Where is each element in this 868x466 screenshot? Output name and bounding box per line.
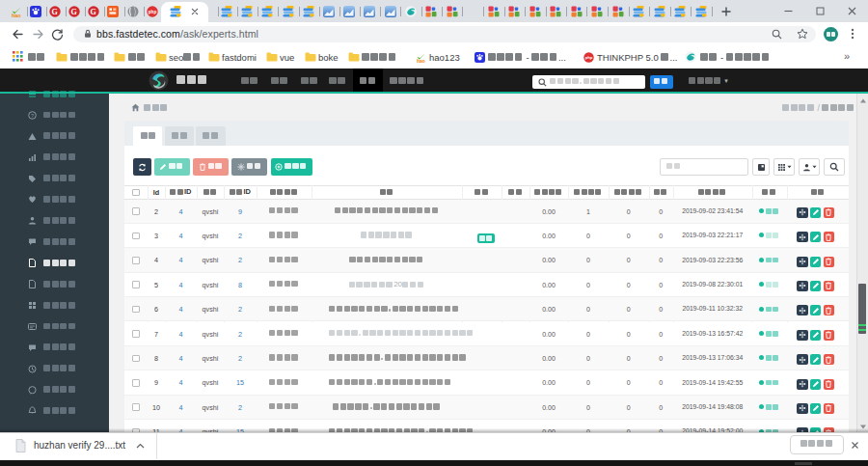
svg-text:?: ? — [31, 112, 34, 118]
svg-text:hao: hao — [12, 12, 21, 17]
svg-text:php: php — [149, 10, 157, 14]
svg-text:G: G — [91, 7, 96, 15]
svg-text:G: G — [52, 7, 58, 15]
svg-text:G: G — [71, 7, 77, 15]
svg-text:hao: hao — [416, 58, 424, 62]
svg-text:php: php — [584, 55, 592, 60]
